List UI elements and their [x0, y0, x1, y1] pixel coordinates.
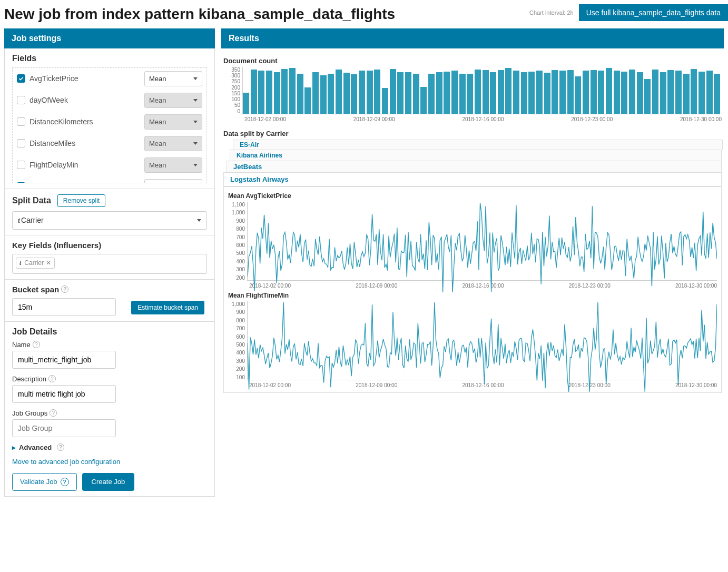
help-icon: ?: [61, 478, 69, 486]
field-row: DistanceMilesMean: [13, 133, 206, 154]
field-checkbox[interactable]: [17, 139, 25, 147]
fields-title: Fields: [12, 54, 207, 63]
field-label: AvgTicketPrice: [29, 74, 140, 83]
bucket-span-input[interactable]: [12, 298, 116, 316]
aggregation-select[interactable]: Mean: [144, 71, 202, 86]
results-header: Results: [221, 28, 724, 48]
aggregation-select[interactable]: Mean: [144, 179, 202, 183]
chart1-title: Mean AvgTicketPrice: [228, 192, 717, 200]
field-checkbox[interactable]: [17, 161, 25, 169]
help-icon[interactable]: ?: [33, 341, 40, 348]
doc-count-title: Document count: [223, 57, 722, 65]
remove-split-button[interactable]: Remove split: [57, 194, 105, 207]
help-icon[interactable]: ?: [48, 375, 56, 382]
field-row: FlightDelayMinMean: [13, 154, 206, 176]
page-title: New job from index pattern kibana_sample…: [4, 4, 395, 24]
influencer-tag-label: Carrier: [24, 259, 44, 267]
split-data-title: Split Data: [12, 196, 51, 205]
split-field-select[interactable]: tCarrier: [12, 211, 207, 230]
carrier-tab[interactable]: JetBeats: [227, 161, 722, 172]
help-icon[interactable]: ?: [61, 285, 68, 293]
carrier-tab[interactable]: Kibana Airlines: [230, 150, 722, 161]
create-job-button[interactable]: Create Job: [82, 473, 135, 491]
field-row: DistanceKilometersMean: [13, 111, 206, 133]
field-row: FlightTimeMinMean: [13, 176, 206, 183]
field-row: AvgTicketPriceMean: [13, 68, 206, 90]
chart-interval-label: Chart interval: 2h: [529, 9, 574, 16]
field-label: DistanceMiles: [29, 139, 140, 147]
field-checkbox[interactable]: [17, 74, 25, 83]
description-label: Description: [12, 375, 46, 383]
use-full-data-button[interactable]: Use full kibana_sample_data_flights data: [579, 4, 728, 21]
aggregation-select[interactable]: Mean: [144, 157, 202, 173]
validate-job-label: Validate Job: [20, 478, 57, 486]
doc-count-chart: [242, 67, 722, 114]
job-groups-input[interactable]: [12, 419, 116, 437]
field-label: FlightTimeMin: [29, 182, 140, 183]
field-checkbox[interactable]: [17, 117, 25, 126]
job-name-input[interactable]: [12, 351, 116, 369]
move-to-advanced-link[interactable]: Move to advanced job configuration: [12, 458, 120, 466]
advanced-toggle[interactable]: ▸ Advanced ?: [12, 443, 207, 451]
flight-time-min-chart: [247, 301, 717, 380]
job-details-title: Job Details: [12, 327, 207, 337]
fields-list[interactable]: AvgTicketPriceMeandayOfWeekMeanDistanceK…: [12, 67, 207, 183]
chevron-down-icon: [197, 219, 201, 222]
job-settings-header: Job settings: [4, 28, 215, 48]
field-checkbox[interactable]: [17, 182, 25, 183]
help-icon[interactable]: ?: [57, 443, 64, 451]
aggregation-select[interactable]: Mean: [144, 114, 202, 130]
field-row: dayOfWeekMean: [13, 90, 206, 111]
estimate-bucket-span-button[interactable]: Estimate bucket span: [131, 301, 204, 314]
job-groups-label: Job Groups: [12, 409, 47, 417]
key-fields-input[interactable]: tCarrier ✕: [12, 254, 207, 274]
aggregation-select[interactable]: Mean: [144, 136, 202, 151]
remove-tag-icon[interactable]: ✕: [46, 259, 51, 267]
field-label: DistanceKilometers: [29, 117, 140, 126]
field-checkbox[interactable]: [17, 96, 25, 104]
field-label: FlightDelayMin: [29, 161, 140, 169]
avg-ticket-price-chart: [247, 202, 717, 281]
name-label: Name: [12, 341, 31, 349]
field-label: dayOfWeek: [29, 96, 140, 104]
carrier-tab[interactable]: ES-Air: [233, 140, 723, 150]
validate-job-button[interactable]: Validate Job ?: [12, 473, 77, 491]
job-description-input[interactable]: [12, 385, 116, 403]
carrier-tab[interactable]: Logstash Airways: [223, 172, 722, 186]
key-fields-title: Key Fields (Influencers): [12, 241, 207, 250]
split-field-value: Carrier: [21, 216, 44, 224]
split-by-title: Data split by Carrier: [223, 130, 722, 137]
advanced-label: Advanced: [19, 443, 52, 451]
aggregation-select[interactable]: Mean: [144, 93, 202, 108]
help-icon[interactable]: ?: [50, 409, 57, 417]
influencer-tag[interactable]: tCarrier ✕: [16, 258, 55, 269]
bucket-span-title: Bucket span: [12, 285, 59, 294]
